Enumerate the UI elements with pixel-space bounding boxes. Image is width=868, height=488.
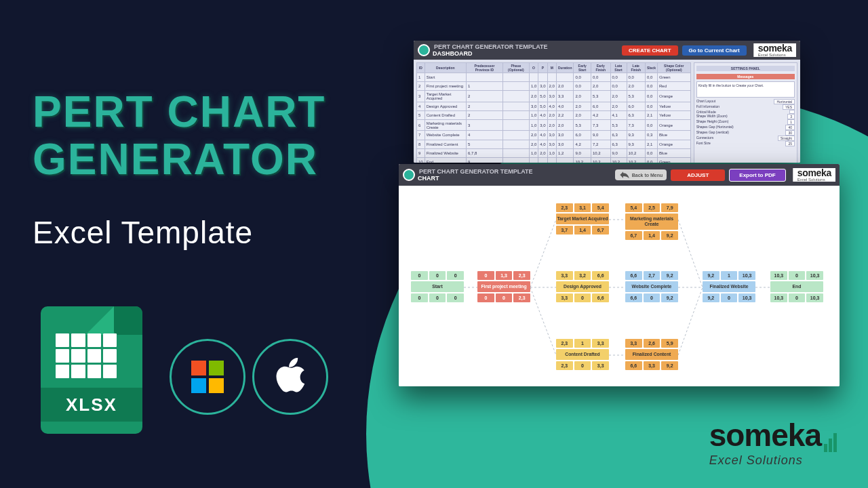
windows-badge [170, 339, 245, 415]
brand-block: somekaExcel Solutions [793, 168, 835, 182]
svg-line-7 [678, 220, 703, 287]
dashboard-header: PERT CHART GENERATOR TEMPLATE DASHBOARD … [414, 41, 800, 60]
chart-subtitle: CHART [418, 175, 533, 182]
table-row[interactable]: 9Finalized Website6,7,81,02,01,01,29,010… [417, 148, 691, 157]
setting-row[interactable]: Shapes Gap (Horizontal)40 [696, 125, 795, 130]
apple-badge [252, 339, 328, 415]
svg-line-3 [530, 287, 556, 355]
chart-title: PERT CHART GENERATOR TEMPLATE [419, 168, 533, 175]
promo-stage: PERT CHART GENERATOR Excel Template XLSX… [0, 0, 868, 488]
someka-logo-icon [403, 169, 415, 181]
table-row[interactable]: 2First project meeting11,03,02,02,00,02,… [417, 82, 691, 91]
table-row[interactable]: 6Marketing materials Create31,03,02,02,0… [417, 119, 691, 130]
table-header: Late Finish [627, 63, 645, 73]
pert-node-web[interactable]: 6,62,79,2Website Complete6,609,2 [625, 270, 678, 304]
table-row[interactable]: 5Content Drafted21,04,02,02,22,04,24,16,… [417, 110, 691, 119]
table-header: ID [417, 63, 425, 73]
table-header: Early Start [574, 63, 591, 73]
settings-panel: SETTINGS PANEL Messages Kindly fill in t… [694, 62, 797, 163]
dashboard-title: PERT CHART GENERATOR TEMPLATE [434, 43, 548, 50]
table-header: Early Finish [591, 63, 610, 73]
pert-node-fweb[interactable]: 9,2110,3Finalized Website9,2010,3 [703, 270, 755, 304]
bar-chart-icon [823, 415, 837, 452]
pert-chart-canvas: 000Start00001,32,3First project meeting0… [399, 186, 840, 386]
main-title: PERT CHART GENERATOR [33, 88, 326, 184]
pert-node-content[interactable]: 2,313,3Content Drafted2,303,3 [556, 338, 609, 371]
table-header: Shape Color (Optional) [657, 63, 690, 73]
setting-row[interactable]: Chart LayoutHorizontal [696, 99, 795, 104]
pert-node-end[interactable]: 10,3010,3End10,3010,3 [770, 270, 823, 304]
windows-logo-icon [191, 361, 224, 393]
goto-chart-button[interactable]: Go to Current Chart [682, 45, 747, 56]
table-row[interactable]: 8Finalized Content52,04,03,03,04,27,26,3… [417, 140, 691, 148]
pert-node-fcontent[interactable]: 3,32,65,9Finalized Content6,63,39,2 [625, 338, 678, 371]
adjust-button[interactable]: ADJUST [671, 169, 725, 181]
messages-box: Kindly fill in the button to Create your… [696, 81, 795, 98]
table-header: Duration [556, 63, 574, 73]
table-row[interactable]: 7Website Complete42,04,03,03,06,09,06,39… [417, 131, 691, 140]
setting-row[interactable]: Shapes Gap (vertical)30 [696, 130, 795, 136]
undo-arrow-icon [619, 171, 630, 179]
table-header: P [538, 63, 547, 73]
svg-line-9 [678, 287, 703, 355]
pert-node-mkt[interactable]: 5,42,57,9Marketing materials Create6,71,… [625, 202, 678, 241]
someka-corner-logo: someka Excel Solutions [709, 415, 837, 468]
xlsx-file-icon: XLSX [41, 306, 142, 434]
pert-data-table[interactable]: IDDescriptionPredecessor Province IDPhas… [416, 62, 691, 163]
create-chart-button[interactable]: CREATE CHART [622, 45, 678, 56]
pert-node-meeting[interactable]: 01,32,3First project meeting002,3 [477, 270, 530, 304]
pert-node-market[interactable]: 2,33,15,4Target Market Acquired3,71,46,7 [556, 202, 609, 236]
setting-row[interactable]: ConnectorsStraight [696, 136, 795, 141]
back-to-menu-button[interactable]: Back to Menu [615, 169, 667, 180]
table-row[interactable]: 3Target Market Acquired22,05,03,03,32,05… [417, 91, 691, 102]
someka-logo-icon [418, 44, 430, 56]
dashboard-thumbnail: PERT CHART GENERATOR TEMPLATE DASHBOARD … [414, 41, 800, 163]
table-header: M [547, 63, 556, 73]
dashboard-subtitle: DASHBOARD [433, 50, 548, 57]
table-header: Description [425, 63, 466, 73]
settings-panel-header: SETTINGS PANEL [696, 66, 795, 71]
chart-header: PERT CHART GENERATOR TEMPLATE CHART Back… [399, 164, 840, 186]
setting-row[interactable]: Full InformationYES [696, 104, 795, 110]
table-header: Slack [645, 63, 657, 73]
table-header: Predecessor Province ID [467, 63, 503, 73]
chart-thumbnail: PERT CHART GENERATOR TEMPLATE CHART Back… [399, 164, 840, 386]
pert-node-design[interactable]: 3,33,26,6Design Approved3,306,6 [556, 270, 609, 304]
xlsx-extension-label: XLSX [41, 388, 142, 422]
setting-row[interactable]: Shape Width (Zoom)3 [696, 114, 795, 119]
title-line-1: PERT CHART [33, 88, 326, 136]
messages-header: Messages [696, 74, 795, 79]
subtitle: Excel Template [33, 214, 253, 251]
brand-block: somekaExcel Solutions [753, 43, 796, 57]
table-header: O [529, 63, 538, 73]
title-line-2: GENERATOR [33, 136, 326, 183]
svg-line-1 [530, 220, 556, 287]
pert-node-start[interactable]: 000Start000 [411, 270, 464, 304]
setting-row[interactable]: Font Size25 [696, 141, 795, 146]
setting-row[interactable]: Shape Height (Zoom)1 [696, 119, 795, 125]
export-pdf-button[interactable]: Export to PDF [729, 169, 785, 182]
table-header: Late Start [610, 63, 627, 73]
apple-logo-icon [275, 358, 305, 396]
table-row[interactable]: 10End910,210,210,210,20,0Green [417, 157, 691, 163]
table-row[interactable]: 4Design Approved23,05,04,04,02,06,02,06,… [417, 102, 691, 110]
table-row[interactable]: 1Start0,00,00,00,00,0Green [417, 73, 691, 82]
table-header: Phase (Optional) [502, 63, 529, 73]
